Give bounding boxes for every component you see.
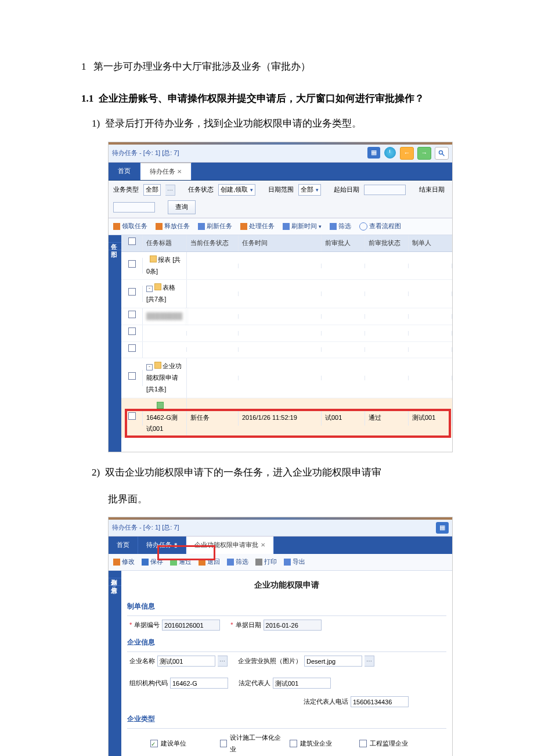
row-checkbox[interactable] bbox=[128, 327, 136, 335]
end-date-input[interactable] bbox=[113, 202, 155, 213]
close-icon[interactable]: ✕ bbox=[177, 168, 182, 175]
print-button[interactable]: 打印 bbox=[255, 556, 277, 568]
maker-cell: 测试001 bbox=[409, 410, 452, 426]
col-prev-state: 前审批状态 bbox=[365, 235, 409, 251]
col-maker: 制单人 bbox=[409, 235, 452, 251]
tab-home[interactable]: 首页 bbox=[109, 163, 140, 181]
col-time: 任务时间 bbox=[239, 235, 322, 251]
print-label: 打印 bbox=[264, 556, 277, 568]
sidetab-list[interactable]: 列表信息 bbox=[109, 571, 121, 578]
reject-button[interactable]: 退回 bbox=[199, 556, 220, 568]
tab-home[interactable]: 首页 bbox=[109, 537, 138, 554]
apps-icon[interactable]: ▦ bbox=[436, 522, 449, 534]
picker-icon[interactable]: ⋯ bbox=[365, 656, 374, 667]
export-button[interactable]: 导出 bbox=[284, 556, 305, 568]
table-row-selected[interactable]: 16462-G测试001 新任务 2016/1/26 11:52:19 试001… bbox=[121, 398, 452, 438]
row-checkbox[interactable] bbox=[128, 260, 136, 268]
task-icon bbox=[157, 402, 164, 409]
filter-button[interactable]: 筛选 bbox=[330, 221, 351, 232]
table-row[interactable] bbox=[121, 342, 452, 359]
release-task-button[interactable]: 释放任务 bbox=[156, 221, 190, 232]
group-ent: 企业信息 bbox=[127, 634, 446, 652]
flow-label: 查看流程图 bbox=[369, 221, 401, 232]
prev-approver-cell: 试001 bbox=[322, 410, 365, 426]
checkbox[interactable] bbox=[150, 740, 158, 747]
query-button[interactable]: 查询 bbox=[168, 200, 196, 214]
step2-number: 2) bbox=[92, 467, 100, 478]
pass-button[interactable]: 通过 bbox=[170, 556, 192, 568]
license-input[interactable]: Desert.jpg bbox=[304, 656, 362, 667]
bill-no-input[interactable]: 20160126001 bbox=[162, 620, 220, 631]
tab-todo[interactable]: 待办任务 ▮ bbox=[138, 537, 186, 554]
enterprise-type-item[interactable]: 建筑业企业 bbox=[290, 732, 353, 755]
magnifier-icon[interactable] bbox=[435, 147, 449, 160]
date-range-select[interactable]: 全部 ▾ bbox=[298, 184, 321, 196]
top-right-toolbar: ▦ ← → bbox=[367, 147, 449, 160]
row-checkbox[interactable] bbox=[128, 412, 136, 420]
h2-text: 企业注册账号、申请操作权限并提交申请后，大厅窗口如何进行审批操作？ bbox=[99, 93, 424, 104]
enterprise-type-item[interactable]: 设计施工一体化企业 bbox=[220, 732, 284, 755]
tree-collapse-icon[interactable]: - bbox=[146, 364, 153, 370]
task-state-select[interactable]: 创建,领取 ▾ bbox=[218, 184, 255, 196]
sidetab-tasks[interactable]: 任务 bbox=[109, 235, 121, 243]
biz-type-select[interactable]: 全部 bbox=[143, 184, 161, 196]
task-table: 任务标题 当前任务状态 任务时间 前审批人 前审批状态 制单人 报表 [共0条]… bbox=[121, 235, 452, 452]
view-flow-button[interactable]: 查看流程图 bbox=[359, 221, 401, 232]
row-checkbox[interactable] bbox=[128, 372, 136, 380]
sidetab-card[interactable]: 卡片信息 bbox=[109, 578, 121, 586]
save-button[interactable]: 保存 bbox=[142, 556, 163, 568]
refresh-time-button[interactable]: 刷新时间 ▾ bbox=[283, 221, 322, 232]
checkbox[interactable] bbox=[359, 740, 367, 747]
reftime-label: 刷新时间 bbox=[291, 221, 317, 232]
claim-task-button[interactable]: 领取任务 bbox=[113, 221, 147, 232]
select-all-checkbox[interactable] bbox=[128, 237, 136, 245]
close-icon[interactable]: ✕ bbox=[261, 540, 265, 550]
close-icon[interactable]: ▮ bbox=[174, 540, 178, 550]
refresh-task-button[interactable]: 刷新任务 bbox=[198, 221, 232, 232]
group-row-form[interactable]: -表格 [共7条] bbox=[121, 280, 452, 308]
apps-icon[interactable]: ▦ bbox=[367, 147, 380, 159]
task-time-cell: 2016/1/26 11:52:19 bbox=[239, 410, 322, 426]
side-tabs: 任务 图形 bbox=[109, 235, 121, 452]
clock-icon[interactable] bbox=[384, 147, 396, 159]
ent-name-label: 企业名称 bbox=[129, 656, 155, 667]
filter-button[interactable]: 筛选 bbox=[227, 556, 248, 568]
org-code-input[interactable]: 16462-G bbox=[170, 678, 228, 689]
date-range-value: 全部 bbox=[301, 184, 313, 196]
step-2: 2) 双击企业功能权限申请下的一条任务，进入企业功能权限申请审 bbox=[81, 464, 453, 482]
legal-input[interactable]: 测试001 bbox=[273, 678, 331, 689]
legal-phone-input[interactable]: 15606134436 bbox=[351, 696, 409, 707]
row-checkbox[interactable] bbox=[128, 311, 136, 318]
bill-date-input[interactable]: 2016-01-26 bbox=[264, 620, 322, 631]
back-icon[interactable]: ← bbox=[400, 147, 414, 160]
doc-heading-1: 1 第一步可办理业务中大厅审批涉及业务（审批办） bbox=[81, 58, 453, 76]
forward-icon[interactable]: → bbox=[417, 147, 431, 160]
breadcrumb2: 待办任务 - [今: 1] [总: 7] bbox=[112, 522, 179, 534]
form-title: 企业功能权限申请 bbox=[127, 578, 446, 592]
tree-collapse-icon[interactable]: - bbox=[146, 286, 153, 292]
group-row-apply[interactable]: -企业功能权限申请 [共1条] bbox=[121, 358, 452, 398]
ent-name-input[interactable]: 测试001 bbox=[157, 656, 215, 667]
picker-icon[interactable]: ⋯ bbox=[218, 656, 228, 667]
col-title: 任务标题 bbox=[143, 235, 187, 251]
group-row-report[interactable]: 报表 [共0条] bbox=[121, 252, 452, 280]
sidetab-chart[interactable]: 图形 bbox=[109, 243, 121, 250]
tab-approve[interactable]: 企业功能权限申请审批 ✕ bbox=[186, 537, 274, 554]
biz-type-picker-icon[interactable]: ⋯ bbox=[165, 185, 175, 196]
enterprise-type-item[interactable]: 工程监理企业 bbox=[359, 732, 423, 755]
table-row[interactable]: ████████ bbox=[121, 308, 452, 325]
start-date-input[interactable] bbox=[364, 185, 406, 195]
process-task-button[interactable]: 处理任务 bbox=[240, 221, 275, 232]
table-row[interactable] bbox=[121, 325, 452, 342]
start-date-label: 起始日期 bbox=[334, 184, 359, 196]
row-checkbox[interactable] bbox=[128, 288, 136, 296]
tab-todo[interactable]: 待办任务 ✕ bbox=[140, 163, 192, 181]
required-mark: * bbox=[230, 620, 233, 631]
edit-button[interactable]: 修改 bbox=[113, 556, 135, 568]
checkbox[interactable] bbox=[220, 740, 227, 747]
filter-label: 筛选 bbox=[236, 556, 248, 568]
enterprise-type-item[interactable]: 建设单位 bbox=[150, 732, 214, 755]
task-name: 16462-G测试001 bbox=[146, 414, 178, 433]
row-checkbox[interactable] bbox=[128, 344, 136, 352]
checkbox[interactable] bbox=[290, 740, 297, 747]
